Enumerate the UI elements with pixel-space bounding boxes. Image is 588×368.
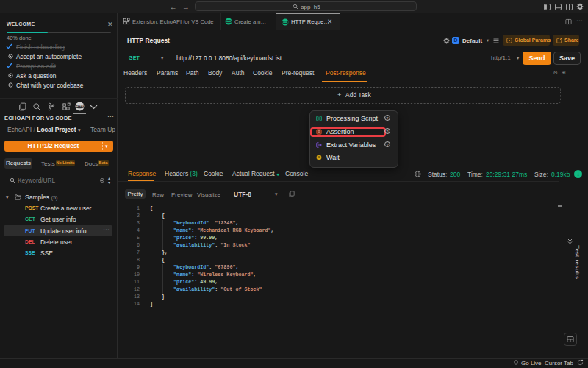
svg-text:HTTP: HTTP bbox=[76, 105, 84, 108]
